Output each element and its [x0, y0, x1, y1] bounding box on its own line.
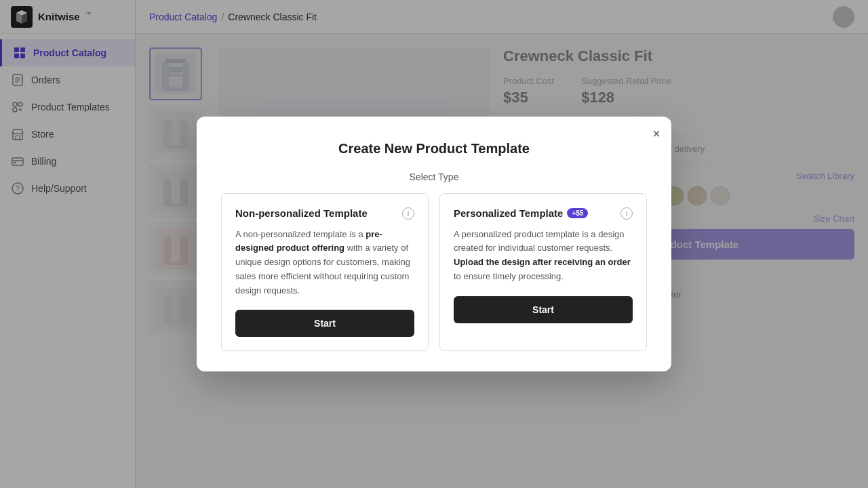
modal-close-button[interactable]: × [652, 126, 660, 142]
modal-overlay[interactable]: × Create New Product Template Select Typ… [0, 0, 868, 488]
personalized-desc-part2: to ensure timely processing. [454, 271, 564, 281]
personalized-card: Personalized Template +$5 i A personaliz… [439, 193, 647, 352]
create-template-modal: × Create New Product Template Select Typ… [197, 117, 671, 372]
personalized-desc-part1: A personalized product template is a des… [454, 229, 625, 253]
non-personalized-card: Non-personalized Template i A non-person… [221, 193, 429, 352]
personalized-title: Personalized Template [454, 207, 563, 219]
modal-title: Create New Product Template [221, 141, 647, 157]
personalized-badge: +$5 [567, 208, 588, 218]
personalized-header: Personalized Template +$5 i [454, 207, 633, 220]
non-personalized-header: Non-personalized Template i [235, 207, 414, 220]
personalized-info-icon[interactable]: i [620, 207, 633, 220]
personalized-title-group: Personalized Template +$5 [454, 207, 588, 219]
non-personalized-desc-part1: A non-personalized template is a [235, 229, 366, 239]
personalized-desc-bold: Upload the design after receiving an ord… [454, 257, 631, 267]
personalized-description: A personalized product template is a des… [454, 228, 633, 284]
non-personalized-title: Non-personalized Template [235, 207, 368, 219]
modal-select-type-label: Select Type [221, 171, 647, 182]
non-personalized-description: A non-personalized template is a pre-des… [235, 228, 414, 298]
personalized-start-button[interactable]: Start [454, 296, 633, 323]
modal-cards: Non-personalized Template i A non-person… [221, 193, 647, 352]
non-personalized-info-icon[interactable]: i [402, 207, 414, 220]
non-personalized-start-button[interactable]: Start [235, 310, 414, 337]
